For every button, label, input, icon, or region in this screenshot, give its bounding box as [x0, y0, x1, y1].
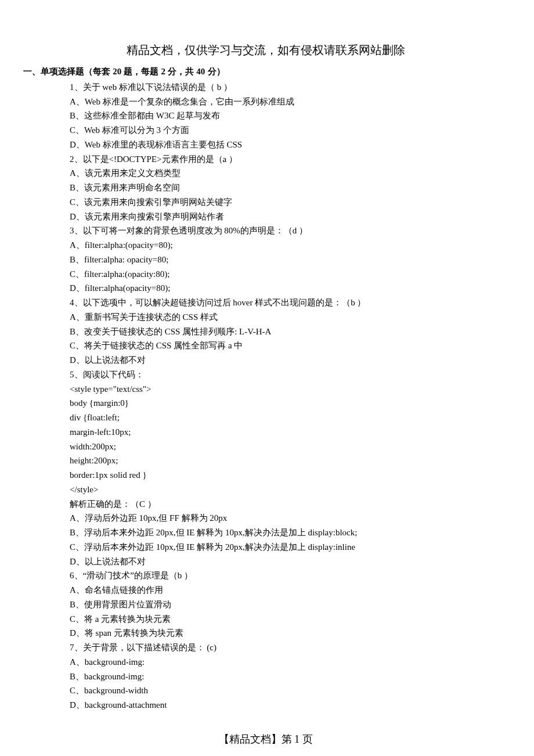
text-line: A、Web 标准是一个复杂的概念集合，它由一系列标准组成	[70, 95, 461, 109]
content-block: 1、关于 web 标准以下说法错误的是（ b ） A、Web 标准是一个复杂的概…	[23, 80, 461, 712]
text-line: D、filter:alpha(opacity=80);	[70, 281, 461, 296]
text-line: B、background-img:	[70, 669, 461, 684]
text-line: A、该元素用来定义文档类型	[70, 166, 461, 181]
text-line: C、Web 标准可以分为 3 个方面	[70, 123, 461, 138]
section-n2: 2	[161, 67, 166, 76]
text-line: </style>	[70, 483, 461, 497]
text-line: B、改变关于链接状态的 CSS 属性排列顺序: L-V-H-A	[70, 325, 461, 339]
text-line: B、浮动后本来外边距 20px,但 IE 解释为 10px,解决办法是加上 di…	[70, 525, 461, 540]
section-prefix: 一、单项选择题（每套	[23, 66, 113, 76]
text-line: B、这些标准全部都由 W3C 起草与发布	[70, 109, 461, 123]
text-line: <style type="text/css">	[70, 382, 461, 397]
text-line: 2、以下是<!DOCTYPE>元素作用的是（a ）	[70, 152, 461, 167]
text-line: B、使用背景图片位置滑动	[70, 597, 461, 612]
text-line: C、filter:alpha:(opacity:80);	[70, 267, 461, 282]
text-line: C、background-width	[70, 683, 461, 698]
page: 精品文档，仅供学习与交流，如有侵权请联系网站删除 一、单项选择题（每套 20 题…	[0, 0, 534, 756]
page-footer: 【精品文档】第 1 页	[70, 731, 461, 748]
text-line: width:200px;	[70, 440, 461, 454]
section-mid1: 题，每题	[121, 66, 161, 76]
text-line: div {float:left;	[70, 411, 461, 425]
text-line: B、filter:alpha: opacity=80;	[70, 253, 461, 267]
text-line: 1、关于 web 标准以下说法错误的是（ b ）	[70, 80, 461, 95]
section-title: 一、单项选择题（每套 20 题，每题 2 分，共 40 分）	[23, 64, 461, 79]
text-line: margin-left:10px;	[70, 425, 461, 440]
section-n3: 40	[196, 67, 205, 76]
text-line: 6、“滑动门技术”的原理是（b ）	[70, 568, 461, 583]
text-line: C、将 a 元素转换为块元素	[70, 612, 461, 627]
text-line: A、命名锚点链接的作用	[70, 583, 461, 597]
text-line: B、该元素用来声明命名空间	[70, 181, 461, 195]
text-line: C、浮动后本来外边距 10px,但 IE 解释为 20px,解决办法是加上 di…	[70, 540, 461, 555]
section-suffix: 分）	[205, 66, 225, 76]
text-line: A、浮动后外边距 10px,但 FF 解释为 20px	[70, 511, 461, 525]
text-line: 解析正确的是：（C ）	[70, 497, 461, 512]
text-line: D、background-attachment	[70, 698, 461, 712]
text-line: A、background-img:	[70, 655, 461, 669]
text-line: A、重新书写关于连接状态的 CSS 样式	[70, 310, 461, 325]
text-line: D、该元素用来向搜索引擎声明网站作者	[70, 210, 461, 224]
text-line: 7、关于背景，以下描述错误的是： (c)	[70, 640, 461, 655]
text-line: A、filter:alpha:(opacity=80);	[70, 238, 461, 253]
text-line: D、将 span 元素转换为块元素	[70, 626, 461, 640]
text-line: 4、以下选项中，可以解决超链接访问过后 hover 样式不出现问题的是：（b ）	[70, 296, 461, 310]
header-notice: 精品文档，仅供学习与交流，如有侵权请联系网站删除	[70, 41, 461, 60]
text-line: 5、阅读以下代码：	[70, 368, 461, 382]
text-line: height:200px;	[70, 453, 461, 468]
text-line: C、将关于链接状态的 CSS 属性全部写再 a 中	[70, 339, 461, 353]
text-line: D、以上说法都不对	[70, 353, 461, 368]
text-line: D、以上说法都不对	[70, 555, 461, 569]
text-line: 3、以下可将一对象的背景色透明度改为 80%的声明是：（d ）	[70, 224, 461, 238]
text-line: D、Web 标准里的表现标准语言主要包括 CSS	[70, 138, 461, 152]
text-line: border:1px solid red }	[70, 468, 461, 483]
text-line: C、该元素用来向搜索引擎声明网站关键字	[70, 195, 461, 210]
text-line: body {margin:0}	[70, 396, 461, 411]
section-mid2: 分，共	[165, 66, 196, 76]
section-n1: 20	[113, 67, 121, 76]
